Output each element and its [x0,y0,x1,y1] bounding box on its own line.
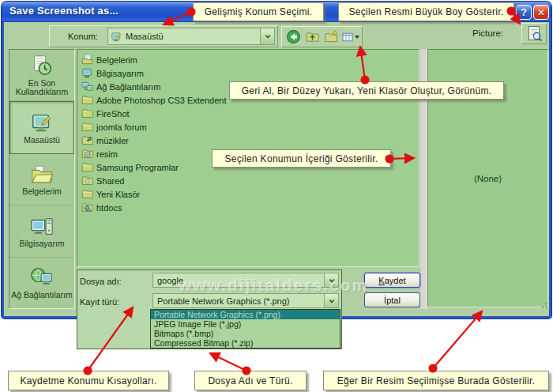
filetype-dropdown-list: Portable Network Graphics (*.png) JPEG I… [150,309,340,349]
folder-music-icon [81,134,93,146]
preview-empty-text: (None) [474,174,502,183]
file-list-item[interactable]: joomla forum [77,120,419,134]
file-list-item[interactable]: Belgelerim [77,53,419,66]
up-folder-icon [305,29,320,44]
close-icon: ✕ [537,7,545,18]
filename-label: Dosya adı: [80,277,122,286]
file-name: Bilgisayarım [96,69,144,78]
sidebar-item-label: Masaüstü [9,136,74,145]
folder-icon [81,107,93,119]
callout-advanced-location: Gelişmiş Konum Seçimi. [193,2,324,21]
sidebar-item-my-documents[interactable]: Belgelerim [9,154,74,205]
callout-content-info: Seçilen Konumun İçeriği Gösterilir. [212,149,391,168]
folder-documents-icon [81,54,93,66]
file-list-item[interactable]: Yeni Klasör [77,187,419,201]
computer-icon [81,67,93,79]
file-name: müzikler [96,136,129,145]
file-list-item[interactable]: FireShot [77,107,419,120]
folder-pictures-icon [81,148,93,160]
file-name: Yeni Klasör [96,190,140,199]
callout-show-big: Seçilen Resmi Büyük Boy Gösterir. [338,2,514,21]
views-icon [341,30,354,44]
sidebar-item-label: Ağ Bağlantılarım [9,291,74,300]
filetype-label: Kayıt türü: [80,297,119,307]
file-list-item[interactable]: Shared [77,174,419,187]
chevron-down-icon [328,297,336,305]
filetype-value: Portable Network Graphics (*.png) [157,296,290,306]
folder-shared-icon [81,175,93,187]
dropdown-option-jpg[interactable]: JPEG Image File (*.jpg) [151,319,340,329]
picture-label: Picture: [472,28,503,38]
network-icon [81,81,93,92]
file-name: Adobe Photoshop CS3 Extendent [96,96,227,105]
window-title: Save Screenshot as... [9,5,118,17]
file-name: resim [96,149,118,159]
file-name: joomla forum [96,122,147,132]
file-list-item[interactable]: Bilgisayarım [77,66,419,80]
new-folder-icon [324,29,339,44]
my-documents-icon [30,162,54,186]
dropdown-option-png[interactable]: Portable Network Graphics (*.png) [151,310,340,319]
file-name: Ağ Bağlantılarım [96,82,160,92]
help-button[interactable]: ? [516,5,532,20]
callout-toolbar-info: Geri Al, Bir Düzey Yukarı, Yeni Klasör O… [229,81,504,100]
resize-grip[interactable] [539,300,548,309]
back-button[interactable] [284,28,303,46]
sidebar-item-recent[interactable]: En Son Kullandıklarım [9,50,74,101]
up-one-level-button[interactable] [303,28,322,46]
file-name: Belgelerim [96,55,137,65]
callout-preview-info: Eğer Bir Resim Seçilmişse Burada Gösteri… [323,371,549,390]
file-list-item[interactable]: htdocs [77,201,419,214]
location-combobox[interactable]: Masaüstü [107,28,275,45]
file-name: Shared [96,176,124,186]
location-value: Masaüstü [126,32,164,41]
desktop-icon [30,111,54,134]
sidebar-item-label: Belgelerim [9,187,74,197]
help-icon: ? [521,6,527,18]
desktop-icon [111,31,122,43]
sidebar-item-label: Bilgisayarım [9,239,74,249]
folder-icon [81,188,93,200]
view-menu-button[interactable] [341,28,359,46]
folder-web-icon [81,202,93,213]
callout-filename-info: Dosya Adı ve Türü. [194,371,307,390]
sidebar-item-desktop[interactable]: Masaüstü [9,101,74,153]
location-label: Konum: [68,32,98,41]
file-name: Samsung Programlar [96,163,179,172]
folder-icon [81,121,93,133]
file-name: htdocs [96,203,122,213]
watermark: www.dijitalders.com [179,276,368,295]
save-button[interactable]: Kaydet [364,273,420,288]
sidebar-item-label: En Son Kullandıklarım [9,79,74,97]
sidebar-item-network[interactable]: Ağ Bağlantılarım [9,258,74,308]
file-list-item[interactable]: müzikler [77,134,419,147]
dropdown-option-zip[interactable]: Compressed Bitmap (*.zip) [151,338,340,348]
show-picture-large-button[interactable] [521,23,547,44]
navigation-toolbar [281,26,363,47]
chevron-down-icon [264,32,272,40]
places-sidebar: En Son Kullandıklarım Masaüstü Belgeleri… [9,49,75,309]
cancel-button[interactable]: İptal [364,292,420,307]
screenshot-page: Save Screenshot as... ? ✕ Konum: Masaüst… [0,0,553,392]
network-places-icon [30,266,54,289]
picture-preview-icon [525,24,544,43]
callout-shortcuts-info: Kaydetme Konumu Kısayolları. [8,371,169,390]
filetype-dropdown-button[interactable] [324,294,338,307]
close-button[interactable]: ✕ [533,5,549,20]
filetype-combobox[interactable]: Portable Network Graphics (*.png) [152,293,339,308]
dropdown-option-bmp[interactable]: Bitmaps (*.bmp) [151,329,340,338]
file-name: FireShot [96,109,130,119]
location-dropdown-button[interactable] [260,28,274,44]
folder-icon [81,94,93,106]
new-folder-button[interactable] [322,28,340,46]
folder-icon [81,161,93,173]
sidebar-item-my-computer[interactable]: Bilgisayarım [9,205,74,257]
my-computer-icon [30,214,54,238]
recent-documents-icon [30,54,54,77]
caret-down-icon [355,36,359,39]
back-icon [286,29,301,44]
